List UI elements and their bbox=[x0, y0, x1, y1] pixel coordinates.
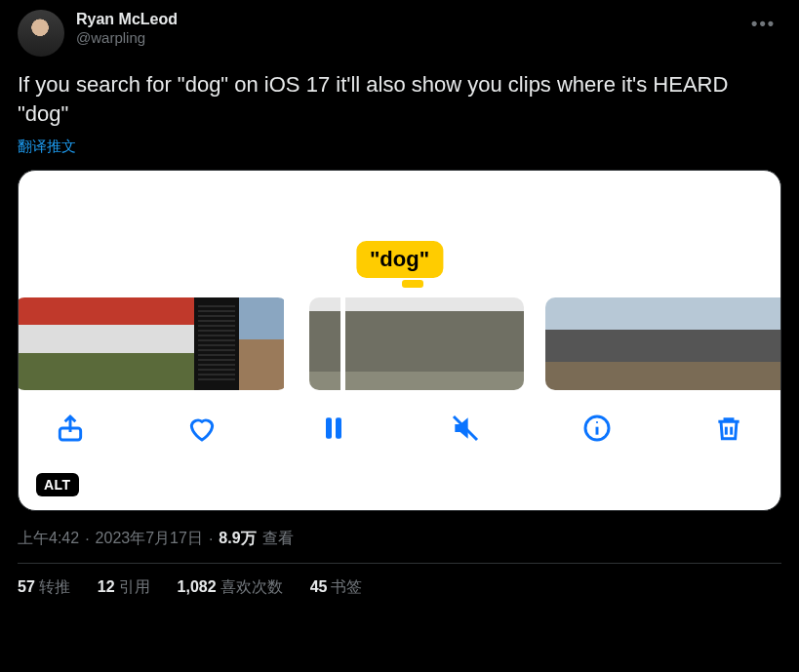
bookmarks-count: 45 bbox=[310, 578, 328, 595]
svg-rect-1 bbox=[326, 418, 332, 439]
clip-group[interactable] bbox=[309, 297, 524, 390]
media-card[interactable]: "dog" bbox=[18, 170, 781, 511]
tweet-header: Ryan McLeod @warpling ••• bbox=[18, 10, 781, 57]
thumbnail bbox=[149, 297, 194, 390]
thumbnail bbox=[239, 297, 284, 390]
quotes-count: 12 bbox=[98, 578, 115, 595]
caption-bubble: "dog" bbox=[356, 241, 443, 278]
thumbnail bbox=[672, 297, 714, 390]
stats-row: 57转推 12引用 1,082喜欢次数 45书签 bbox=[18, 564, 781, 598]
alt-badge[interactable]: ALT bbox=[36, 473, 79, 496]
pause-icon[interactable] bbox=[317, 412, 350, 445]
display-name: Ryan McLeod bbox=[76, 10, 178, 29]
media-top: "dog" bbox=[19, 171, 780, 297]
likes-count: 1,082 bbox=[178, 578, 217, 595]
thumbnail bbox=[714, 297, 756, 390]
tweet-date[interactable]: 2023年7月17日 bbox=[96, 529, 203, 549]
avatar[interactable] bbox=[18, 10, 64, 57]
playhead-icon[interactable] bbox=[340, 297, 345, 390]
quotes-stat[interactable]: 12引用 bbox=[98, 577, 150, 598]
tweet-text: If you search for "dog" on iOS 17 it'll … bbox=[18, 70, 781, 128]
author-block[interactable]: Ryan McLeod @warpling bbox=[76, 10, 178, 48]
thumbnail bbox=[194, 297, 239, 390]
bookmarks-label: 书签 bbox=[331, 578, 362, 595]
clip-group[interactable] bbox=[545, 297, 781, 390]
video-timeline[interactable] bbox=[19, 297, 780, 390]
more-icon[interactable]: ••• bbox=[745, 10, 781, 38]
playhead-marker bbox=[402, 280, 423, 288]
tweet: Ryan McLeod @warpling ••• If you search … bbox=[18, 10, 781, 598]
thumbnail bbox=[309, 297, 417, 390]
share-icon[interactable] bbox=[54, 412, 87, 445]
translate-link[interactable]: 翻译推文 bbox=[18, 138, 76, 156]
thumbnail bbox=[104, 297, 149, 390]
media-toolbar bbox=[19, 390, 780, 445]
likes-stat[interactable]: 1,082喜欢次数 bbox=[178, 577, 283, 598]
handle: @warpling bbox=[76, 29, 178, 48]
quotes-label: 引用 bbox=[119, 578, 150, 595]
thumbnail bbox=[757, 297, 781, 390]
meta-row: 上午4:42 · 2023年7月17日 · 8.9万 查看 bbox=[18, 529, 781, 564]
bookmarks-stat[interactable]: 45书签 bbox=[310, 577, 363, 598]
separator-dot: · bbox=[85, 531, 89, 548]
thumbnail bbox=[545, 297, 587, 390]
thumbnail bbox=[587, 297, 629, 390]
views-label: 查看 bbox=[262, 529, 294, 549]
svg-point-6 bbox=[596, 421, 598, 423]
views-count: 8.9万 bbox=[219, 529, 256, 549]
thumbnail bbox=[417, 297, 524, 390]
thumbnail bbox=[18, 297, 60, 390]
tweet-time[interactable]: 上午4:42 bbox=[18, 529, 79, 549]
mute-icon[interactable] bbox=[449, 412, 482, 445]
separator-dot: · bbox=[209, 531, 213, 548]
thumbnail bbox=[630, 297, 672, 390]
retweets-label: 转推 bbox=[39, 578, 70, 595]
retweets-stat[interactable]: 57转推 bbox=[18, 577, 70, 598]
trash-icon[interactable] bbox=[712, 412, 745, 445]
info-icon[interactable] bbox=[580, 412, 614, 445]
svg-rect-2 bbox=[336, 418, 341, 439]
thumbnail bbox=[60, 297, 104, 390]
heart-icon[interactable] bbox=[185, 412, 219, 445]
retweets-count: 57 bbox=[18, 578, 35, 595]
likes-label: 喜欢次数 bbox=[220, 578, 283, 595]
clip-group[interactable] bbox=[18, 297, 288, 390]
